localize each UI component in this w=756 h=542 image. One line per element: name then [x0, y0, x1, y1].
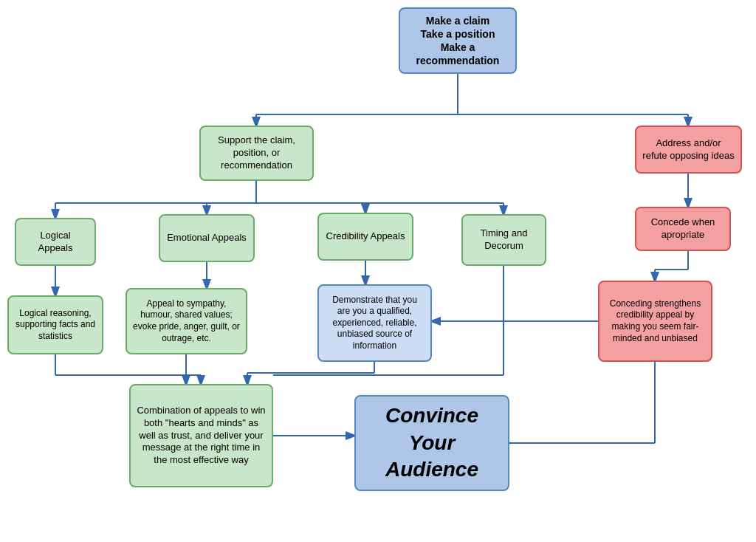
logical-appeals-label: Logical Appeals: [22, 230, 89, 255]
address-node: Address and/or refute opposing ideas: [635, 126, 742, 174]
timing-label: Timing and Decorum: [469, 227, 539, 253]
claim-label: Make a claim Take a position Make a reco…: [406, 14, 509, 68]
logical-reasoning-label: Logical reasoning, supporting facts and …: [15, 308, 96, 343]
credibility-appeals-node: Credibility Appeals: [317, 213, 413, 261]
diagram: Make a claim Take a position Make a reco…: [0, 0, 756, 542]
conceding-strengthens-label: Conceding strengthens credibility appeal…: [605, 298, 705, 344]
credibility-detail-node: Demonstrate that you are you a qualified…: [317, 284, 432, 362]
support-node: Support the claim, position, or recommen…: [199, 126, 314, 181]
timing-node: Timing and Decorum: [461, 214, 546, 266]
address-label: Address and/or refute opposing ideas: [642, 137, 735, 162]
emotional-detail-label: Appeal to sympathy, humour, shared value…: [133, 298, 240, 344]
conceding-strengthens-node: Conceding strengthens credibility appeal…: [598, 281, 712, 362]
emotional-detail-node: Appeal to sympathy, humour, shared value…: [126, 288, 247, 354]
emotional-appeals-node: Emotional Appeals: [159, 214, 255, 262]
concede-when-label: Concede when apropriate: [642, 216, 724, 241]
combination-label: Combination of appeals to win both "hear…: [137, 405, 266, 467]
claim-node: Make a claim Take a position Make a reco…: [399, 7, 517, 74]
credibility-appeals-label: Credibility Appeals: [326, 230, 405, 243]
support-label: Support the claim, position, or recommen…: [207, 134, 306, 172]
concede-when-node: Concede when apropriate: [635, 207, 731, 251]
convince-label: Convince Your Audience: [362, 402, 502, 483]
combination-node: Combination of appeals to win both "hear…: [129, 384, 273, 487]
logical-reasoning-node: Logical reasoning, supporting facts and …: [7, 295, 103, 354]
credibility-detail-label: Demonstrate that you are you a qualified…: [325, 295, 425, 352]
logical-appeals-node: Logical Appeals: [15, 218, 96, 266]
emotional-appeals-label: Emotional Appeals: [167, 232, 247, 244]
convince-node: Convince Your Audience: [354, 395, 509, 491]
